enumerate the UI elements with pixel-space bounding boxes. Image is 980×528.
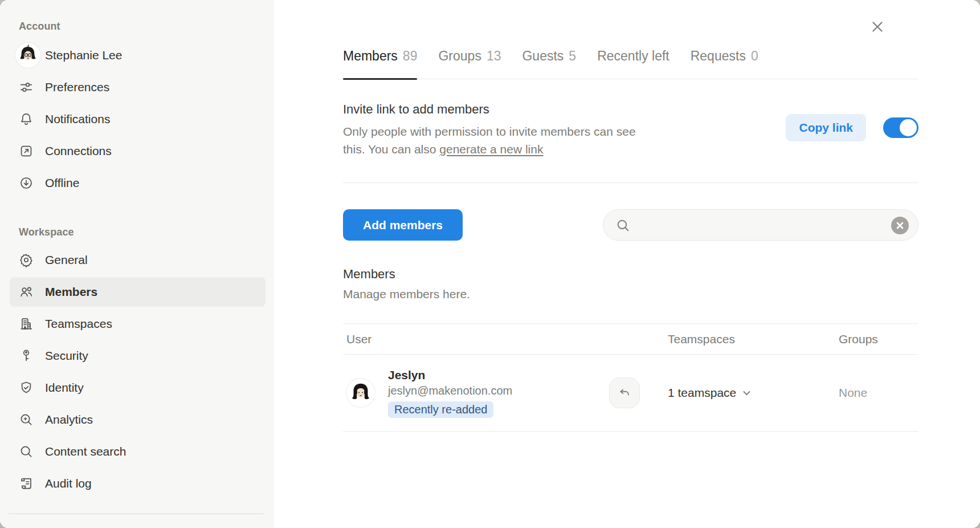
sidebar-item-label: Analytics [45, 413, 93, 427]
invite-link-toggle[interactable] [883, 117, 918, 138]
sidebar-item-label: Identity [45, 381, 84, 395]
member-email: jeslyn@makenotion.com [388, 384, 512, 397]
copy-link-button[interactable]: Copy link [786, 114, 866, 141]
close-button[interactable] [867, 16, 888, 38]
sidebar-item-label: Security [45, 349, 88, 363]
member-search-box [603, 209, 918, 241]
member-avatar [346, 379, 375, 407]
sidebar-item-label: Audit log [45, 477, 92, 490]
scroll-icon [19, 476, 34, 491]
members-table-header: User Teamspaces Groups [343, 323, 918, 355]
generate-new-link[interactable]: generate a new link [439, 143, 543, 156]
sidebar-item-audit-log[interactable]: Audit log [10, 469, 266, 498]
table-row: Jeslyn jeslyn@makenotion.com Recently re… [343, 355, 918, 432]
clear-x-icon [896, 221, 904, 230]
sidebar-item-notifications[interactable]: Notifications [10, 104, 266, 134]
tab-members[interactable]: Members89 [343, 48, 417, 79]
groups-value: None [839, 386, 918, 400]
tab-recently-left[interactable]: Recently left [597, 48, 669, 79]
sidebar-item-offline[interactable]: Offline [10, 168, 266, 198]
column-header-groups: Groups [839, 332, 918, 346]
tab-count: 0 [751, 48, 758, 63]
sidebar-item-label: Content search [45, 445, 126, 458]
toggle-knob [900, 119, 917, 136]
members-heading: Members [343, 267, 918, 282]
chevron-down-icon [742, 388, 752, 398]
members-table: User Teamspaces Groups Jeslyn jeslyn@mak… [343, 323, 918, 432]
members-controls-row: Add members [343, 209, 918, 241]
column-header-teamspaces: Teamspaces [668, 332, 839, 346]
sidebar-item-label: Members [45, 285, 97, 299]
sidebar-item-label: Offline [45, 176, 79, 190]
teamspaces-value: 1 teamspace [668, 386, 736, 400]
member-status-badge: Recently re-added [388, 401, 493, 418]
member-search-input[interactable] [636, 218, 887, 232]
building-icon [19, 316, 34, 331]
sidebar-item-label: Stephanie Lee [45, 48, 122, 62]
teamspaces-dropdown[interactable]: 1 teamspace [668, 386, 839, 400]
user-avatar [15, 43, 40, 68]
sidebar-item-label: Preferences [45, 80, 109, 94]
sliders-icon [19, 80, 34, 95]
magnifier-sparkle-icon [19, 412, 34, 427]
sidebar-item-label: Connections [45, 144, 112, 158]
undo-icon [618, 386, 631, 400]
search-icon [615, 218, 631, 233]
tab-label: Recently left [597, 48, 669, 63]
key-icon [19, 348, 34, 363]
tab-count: 89 [403, 48, 418, 63]
members-settings-panel: Members89 Groups13 Guests5 Recently left… [274, 0, 980, 528]
sidebar-section-account: Account [10, 21, 266, 33]
magnifier-icon [19, 444, 34, 459]
bell-icon [19, 112, 34, 127]
settings-dialog: Account Stephanie Lee Preferences Notifi… [0, 0, 980, 528]
search-clear-button[interactable] [891, 217, 909, 234]
sidebar-section-workspace: Workspace [10, 226, 266, 238]
sidebar-divider [9, 513, 264, 514]
settings-sidebar: Account Stephanie Lee Preferences Notifi… [0, 0, 274, 528]
invite-link-description: Only people with permission to invite me… [343, 123, 636, 158]
tab-count: 5 [569, 48, 576, 63]
sidebar-item-label: Notifications [45, 112, 110, 126]
sidebar-item-label: General [45, 253, 88, 267]
member-name: Jeslyn [388, 368, 512, 382]
tab-requests[interactable]: Requests0 [691, 48, 758, 79]
undo-button[interactable] [609, 377, 640, 408]
arrow-out-box-icon [19, 144, 34, 159]
tab-label: Groups [438, 48, 481, 63]
tab-guests[interactable]: Guests5 [522, 48, 576, 79]
invite-link-title: Invite link to add members [343, 102, 636, 117]
sidebar-item-content-search[interactable]: Content search [10, 437, 266, 466]
sidebar-item-connections[interactable]: Connections [10, 136, 266, 166]
sidebar-item-teamspaces[interactable]: Teamspaces [10, 309, 266, 339]
tab-label: Guests [522, 48, 564, 63]
tab-groups[interactable]: Groups13 [438, 48, 501, 79]
members-subheading: Manage members here. [343, 287, 918, 301]
sidebar-item-general[interactable]: General [10, 245, 266, 275]
sidebar-item-identity[interactable]: Identity [10, 373, 266, 403]
people-icon [19, 285, 34, 299]
members-tab-bar: Members89 Groups13 Guests5 Recently left… [343, 48, 918, 79]
add-members-button[interactable]: Add members [343, 209, 463, 241]
tab-label: Members [343, 48, 398, 63]
sidebar-item-label: Teamspaces [45, 317, 112, 331]
sidebar-item-members[interactable]: Members [10, 277, 266, 307]
tab-label: Requests [691, 48, 746, 63]
close-icon [870, 19, 885, 34]
column-header-user: User [343, 332, 668, 346]
sidebar-item-security[interactable]: Security [10, 341, 266, 371]
sidebar-item-account-user[interactable]: Stephanie Lee [10, 40, 266, 70]
sidebar-item-analytics[interactable]: Analytics [10, 405, 266, 434]
shield-check-icon [19, 380, 34, 395]
download-circle-icon [19, 176, 34, 190]
invite-link-section: Invite link to add members Only people w… [343, 79, 918, 183]
gear-icon [19, 253, 34, 267]
tab-count: 13 [487, 48, 501, 63]
sidebar-item-preferences[interactable]: Preferences [10, 72, 266, 102]
